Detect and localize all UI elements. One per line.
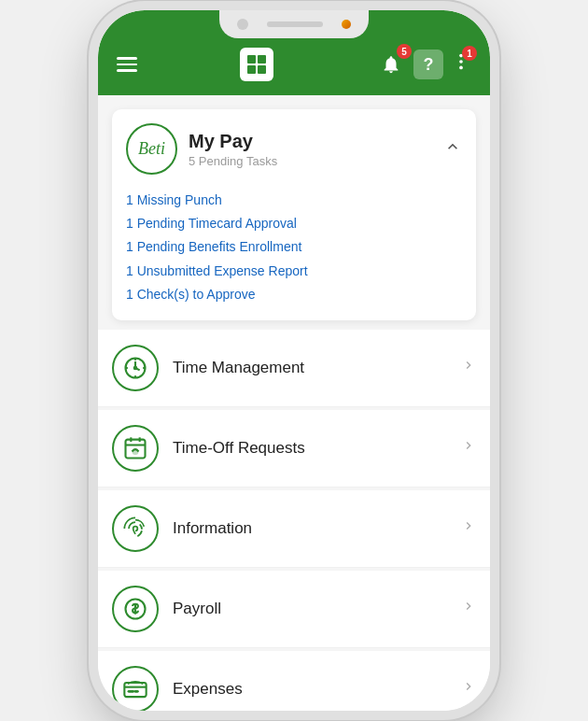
more-button[interactable]: 1 — [451, 51, 471, 78]
task-link-missing-punch[interactable]: 1 Missing Punch — [126, 189, 462, 212]
help-icon: ? — [413, 49, 443, 79]
my-pay-left: Beti My Pay 5 Pending Tasks — [126, 123, 277, 175]
bell-badge: 5 — [397, 44, 412, 59]
payroll-icon-circle — [112, 586, 159, 632]
information-chevron — [461, 518, 476, 538]
expenses-icon-circle — [112, 666, 159, 711]
header-icons: 5 ? — [376, 49, 471, 79]
menu-item-payroll[interactable]: Payroll — [98, 571, 490, 648]
fingerprint-icon — [122, 516, 148, 542]
my-pay-header: Beti My Pay 5 Pending Tasks — [112, 109, 476, 189]
menu-item-expenses[interactable]: Expenses — [98, 651, 490, 711]
my-pay-subtitle: 5 Pending Tasks — [189, 154, 277, 168]
expenses-label: Expenses — [173, 680, 461, 699]
svg-rect-1 — [258, 55, 266, 64]
menu-list: Time Management — [98, 330, 490, 711]
payroll-label: Payroll — [173, 600, 461, 618]
time-management-icon-circle — [112, 345, 159, 391]
expenses-chevron — [461, 679, 476, 699]
logo-container — [240, 48, 273, 81]
time-off-chevron — [461, 438, 476, 458]
phone-device: 5 ? — [98, 10, 490, 711]
task-link-benefits[interactable]: 1 Pending Benefits Enrollment — [126, 235, 462, 259]
phone-notch — [219, 10, 369, 38]
clock-icon — [122, 355, 148, 381]
svg-point-6 — [459, 66, 463, 70]
help-button[interactable]: ? — [413, 49, 443, 79]
payroll-chevron — [461, 599, 476, 618]
calendar-icon — [122, 435, 148, 461]
paylocity-logo — [240, 48, 273, 81]
sensor-icon — [342, 20, 351, 29]
task-link-checks[interactable]: 1 Check(s) to Approve — [126, 283, 462, 306]
information-icon-circle — [112, 505, 159, 552]
information-label: Information — [173, 519, 461, 538]
menu-item-time-management[interactable]: Time Management — [98, 330, 490, 407]
task-links: 1 Missing Punch 1 Pending Timecard Appro… — [112, 189, 476, 320]
avatar: Beti — [126, 123, 177, 175]
my-pay-title-group: My Pay 5 Pending Tasks — [189, 131, 277, 168]
my-pay-title: My Pay — [189, 131, 277, 152]
task-link-expense[interactable]: 1 Unsubmitted Expense Report — [126, 260, 462, 283]
main-content: Beti My Pay 5 Pending Tasks — [98, 95, 490, 711]
svg-point-8 — [133, 366, 138, 371]
logo-svg — [245, 53, 268, 76]
camera-icon — [237, 19, 248, 30]
phone-screen: 5 ? — [98, 10, 490, 711]
phone-wrapper: 5 ? — [0, 0, 588, 721]
more-badge: 1 — [462, 46, 477, 61]
speaker-icon — [267, 21, 323, 27]
svg-rect-2 — [247, 65, 256, 74]
time-off-icon-circle — [112, 425, 159, 472]
card-icon — [122, 676, 148, 702]
collapse-button[interactable] — [443, 137, 462, 161]
svg-point-5 — [459, 60, 463, 64]
time-management-label: Time Management — [173, 359, 461, 377]
menu-item-information[interactable]: Information — [98, 490, 490, 568]
time-off-label: Time-Off Requests — [173, 439, 461, 458]
notification-button[interactable]: 5 — [376, 49, 406, 79]
task-link-timecard[interactable]: 1 Pending Timecard Approval — [126, 212, 462, 235]
svg-rect-0 — [247, 55, 256, 64]
hamburger-button[interactable] — [117, 57, 137, 72]
time-management-chevron — [461, 358, 476, 377]
svg-rect-19 — [124, 683, 146, 697]
svg-rect-3 — [258, 65, 266, 74]
dollar-icon — [122, 596, 148, 622]
menu-item-time-off[interactable]: Time-Off Requests — [98, 410, 490, 488]
my-pay-card: Beti My Pay 5 Pending Tasks — [112, 109, 476, 320]
